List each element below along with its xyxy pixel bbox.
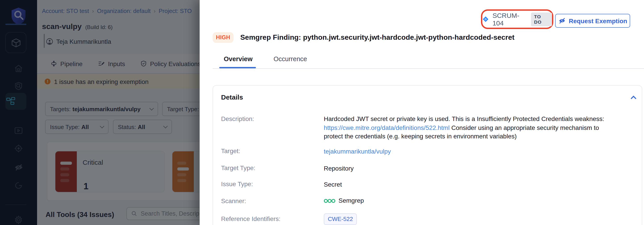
jira-ticket-key[interactable]: SCRUM-104 [492, 12, 527, 27]
details-card: Details Description: Hardcoded JWT secre… [212, 85, 642, 225]
description-label: Description: [221, 115, 254, 122]
issue-type-label: Issue Type: [221, 180, 253, 188]
target-type-label: Target Type: [221, 164, 256, 172]
details-heading: Details [221, 93, 243, 101]
reference-identifiers-label: Reference Identifiers: [221, 215, 280, 222]
tab-overview[interactable]: Overview [224, 55, 252, 62]
issue-type-value: Secret [324, 180, 342, 189]
jira-ticket-annotation: SCRUM-104 TO DO [481, 10, 553, 29]
description-pre: Hardcoded JWT secret or private key is u… [324, 115, 604, 122]
semgrep-icon [324, 198, 336, 204]
jira-icon [482, 16, 489, 23]
request-exemption-button[interactable]: Request Exemption [555, 14, 630, 28]
issue-details-drawer: SCRUM-104 TO DO Request Exemption HIGH S… [200, 0, 644, 225]
tab-occurrence[interactable]: Occurrence [274, 55, 307, 62]
request-exemption-label: Request Exemption [569, 17, 627, 24]
eye-off-icon [558, 17, 566, 24]
target-label: Target: [221, 147, 240, 154]
scanner-name: Semgrep [338, 196, 364, 205]
cwe-link[interactable]: https://cwe.mitre.org/data/definitions/5… [324, 124, 450, 131]
modal-backdrop[interactable] [0, 0, 200, 225]
tabbar-rule [212, 68, 644, 69]
jira-status-badge: TO DO [531, 12, 552, 26]
target-link[interactable]: tejakummarikuntla/vulpy [324, 148, 391, 155]
scanner-label: Scanner: [221, 197, 246, 204]
scanner-value: Semgrep [324, 196, 364, 205]
target-type-value: Repository [324, 164, 354, 173]
finding-title: Semgrep Finding: python.jwt.security.jwt… [240, 34, 633, 42]
description-value: Hardcoded JWT secret or private key is u… [324, 115, 616, 141]
cwe-badge[interactable]: CWE-522 [324, 214, 357, 225]
reference-identifiers-value: CWE-522 [324, 214, 357, 225]
drawer-tabbar: Overview Occurrence [224, 55, 307, 62]
target-value: tejakummarikuntla/vulpy [324, 147, 391, 156]
severity-badge-high: HIGH [212, 32, 234, 43]
app-root: Account: STO test › Organization: defaul… [0, 0, 644, 225]
chevron-up-icon[interactable] [630, 96, 636, 99]
